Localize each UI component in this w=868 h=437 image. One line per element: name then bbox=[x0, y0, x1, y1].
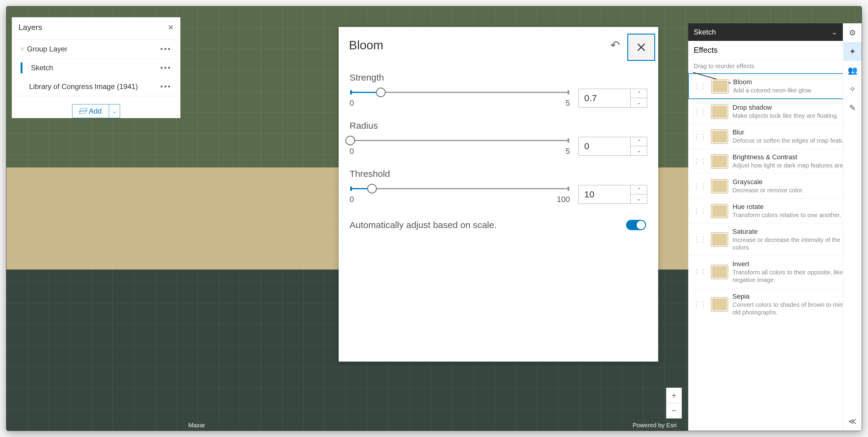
effects-list: ⋮⋮ Bloom Add a colored neon-like glow. ⋮… bbox=[688, 73, 862, 321]
rail-wand-button[interactable]: ✧ bbox=[843, 80, 862, 98]
spinner-up[interactable]: ⌃ bbox=[630, 186, 647, 195]
effect-desc: Defocus or soften the edges of map featu… bbox=[733, 137, 857, 144]
effect-desc: Adjust how light or dark map features ar… bbox=[733, 162, 857, 169]
effect-icon bbox=[711, 129, 728, 144]
layer-more-button[interactable]: ••• bbox=[160, 82, 172, 91]
drag-handle-icon[interactable]: ⋮⋮ bbox=[693, 133, 706, 140]
layer-more-button[interactable]: ••• bbox=[160, 64, 172, 72]
effect-item[interactable]: ⋮⋮ Brightness & Contrast Adjust how ligh… bbox=[688, 149, 862, 173]
value-spinner[interactable]: 0 ⌃⌄ bbox=[579, 137, 647, 156]
close-icon bbox=[636, 42, 646, 53]
auto-adjust-toggle[interactable] bbox=[626, 220, 646, 230]
layer-row[interactable]: Library of Congress Image (1941)••• bbox=[15, 77, 177, 96]
drag-handle-icon[interactable]: ⋮⋮ bbox=[693, 182, 706, 190]
effect-desc: Transform colors relative to one another… bbox=[733, 211, 857, 219]
effect-name: Brightness & Contrast bbox=[733, 153, 857, 161]
add-label: Add bbox=[89, 107, 102, 115]
group-layer-row[interactable]: ▽Group Layer ••• bbox=[15, 40, 177, 59]
zoom-control: + − bbox=[666, 388, 682, 418]
layers-close-button[interactable]: ✕ bbox=[168, 23, 174, 32]
effect-item[interactable]: ⋮⋮ Hue rotate Transform colors relative … bbox=[688, 198, 862, 223]
spinner-value[interactable]: 10 bbox=[579, 186, 630, 203]
bloom-undo-button[interactable]: ↶ bbox=[603, 27, 627, 63]
spinner-value[interactable]: 0 bbox=[579, 137, 630, 155]
drag-handle-icon[interactable]: ⋮⋮ bbox=[693, 108, 706, 116]
drag-handle-icon[interactable]: ⋮⋮ bbox=[693, 158, 706, 165]
effect-desc: Make objects look like they are floating… bbox=[733, 112, 857, 120]
effect-item[interactable]: ⋮⋮ Sepia Convert colors to shades of bro… bbox=[688, 288, 862, 321]
rail-settings-button[interactable]: ⚙ bbox=[843, 23, 862, 42]
drag-handle-icon[interactable]: ⋮⋮ bbox=[693, 207, 706, 215]
effect-item[interactable]: ⋮⋮ Invert Transform all colors to their … bbox=[688, 256, 862, 288]
value-spinner[interactable]: 0.7 ⌃⌄ bbox=[579, 89, 647, 107]
layers-icon bbox=[80, 108, 86, 114]
effect-name: Bloom bbox=[733, 78, 856, 86]
auto-adjust-label: Automatically adjust based on scale. bbox=[349, 220, 497, 230]
effect-item[interactable]: ⋮⋮ Blur Defocus or soften the edges of m… bbox=[688, 124, 862, 149]
effect-icon bbox=[711, 265, 728, 279]
chevron-down-icon: ▽ bbox=[21, 47, 24, 52]
control-threshold: Threshold 0100 10 ⌃⌄ bbox=[339, 160, 658, 208]
control-label: Strength bbox=[349, 72, 647, 83]
effect-desc: Transform all colors to their opposite, … bbox=[733, 269, 857, 284]
layers-header: Layers ✕ bbox=[12, 17, 180, 38]
spinner-down[interactable]: ⌄ bbox=[630, 98, 647, 107]
rail-collapse-button[interactable]: ≪ bbox=[843, 412, 862, 431]
effect-name: Invert bbox=[733, 260, 857, 268]
selection-bar bbox=[21, 62, 23, 73]
slider[interactable]: 05 bbox=[349, 136, 570, 156]
effect-icon bbox=[711, 154, 728, 169]
add-layer-button[interactable]: Add ⌄ bbox=[72, 104, 120, 118]
layers-title: Layers bbox=[19, 23, 42, 32]
effect-icon bbox=[711, 104, 728, 119]
effect-name: Grayscale bbox=[733, 178, 857, 186]
value-spinner[interactable]: 10 ⌃⌄ bbox=[579, 185, 647, 204]
effect-item[interactable]: ⋮⋮ Saturate Increase or decrease the int… bbox=[688, 223, 862, 256]
rail-effects-button[interactable]: ✦ bbox=[843, 42, 862, 61]
slider[interactable]: 0100 bbox=[349, 184, 570, 204]
effect-desc: Add a colored neon-like glow. bbox=[733, 87, 856, 94]
slider-max: 100 bbox=[557, 195, 570, 204]
group-more-button[interactable]: ••• bbox=[160, 45, 172, 53]
effect-name: Saturate bbox=[733, 228, 857, 236]
spinner-down[interactable]: ⌄ bbox=[630, 146, 647, 155]
control-radius: Radius 05 0 ⌃⌄ bbox=[339, 111, 658, 160]
effects-hint: Drag to reorder effects bbox=[688, 60, 862, 73]
drag-handle-icon[interactable]: ⋮⋮ bbox=[693, 236, 706, 243]
effect-item[interactable]: ⋮⋮ Grayscale Decrease or remove color. bbox=[688, 173, 862, 198]
effect-name: Sepia bbox=[733, 293, 857, 300]
drag-handle-icon[interactable]: ⋮⋮ bbox=[693, 268, 706, 276]
slider-min: 0 bbox=[349, 98, 354, 108]
bloom-title: Bloom bbox=[339, 38, 603, 52]
slider-max: 5 bbox=[566, 146, 570, 156]
right-panel: Sketch ⌄ Effects ✕ Drag to reorder effec… bbox=[688, 23, 862, 431]
effect-item[interactable]: ⋮⋮ Bloom Add a colored neon-like glow. bbox=[688, 73, 862, 99]
chevron-down-icon[interactable]: ⌄ bbox=[831, 28, 837, 36]
slider[interactable]: 05 bbox=[349, 88, 570, 108]
effect-icon bbox=[711, 297, 728, 312]
add-caret-button[interactable]: ⌄ bbox=[109, 104, 120, 118]
spinner-up[interactable]: ⌃ bbox=[630, 137, 647, 146]
spinner-value[interactable]: 0.7 bbox=[579, 89, 630, 107]
spinner-up[interactable]: ⌃ bbox=[630, 89, 647, 98]
bloom-dialog: Bloom ↶ Strength 05 0.7 ⌃⌄ Radius bbox=[339, 27, 658, 362]
effect-icon bbox=[711, 179, 728, 194]
effects-header: Effects ✕ bbox=[688, 41, 862, 60]
rail-pen-button[interactable]: ✎ bbox=[843, 98, 862, 117]
drag-handle-icon[interactable]: ⋮⋮ bbox=[693, 300, 706, 308]
slider-min: 0 bbox=[349, 146, 354, 156]
layer-row[interactable]: Sketch••• bbox=[15, 59, 177, 77]
zoom-in-button[interactable]: + bbox=[666, 388, 682, 403]
effect-item[interactable]: ⋮⋮ Drop shadow Make objects look like th… bbox=[688, 99, 862, 124]
sketch-bar[interactable]: Sketch ⌄ bbox=[688, 23, 843, 41]
spinner-down[interactable]: ⌄ bbox=[630, 194, 647, 203]
drag-handle-icon[interactable]: ⋮⋮ bbox=[694, 82, 707, 90]
control-label: Threshold bbox=[349, 169, 647, 179]
zoom-out-button[interactable]: − bbox=[666, 403, 682, 418]
layers-panel: Layers ✕ ▽Group Layer ••• Sketch•••Libra… bbox=[12, 17, 180, 118]
rail-group-button[interactable]: 👥 bbox=[843, 61, 862, 80]
effect-name: Drop shadow bbox=[733, 104, 857, 111]
bloom-close-button[interactable] bbox=[627, 34, 655, 61]
slider-max: 5 bbox=[566, 98, 570, 108]
tool-rail: ⚙ ✦ 👥 ✧ ✎ ≪ bbox=[843, 23, 862, 431]
